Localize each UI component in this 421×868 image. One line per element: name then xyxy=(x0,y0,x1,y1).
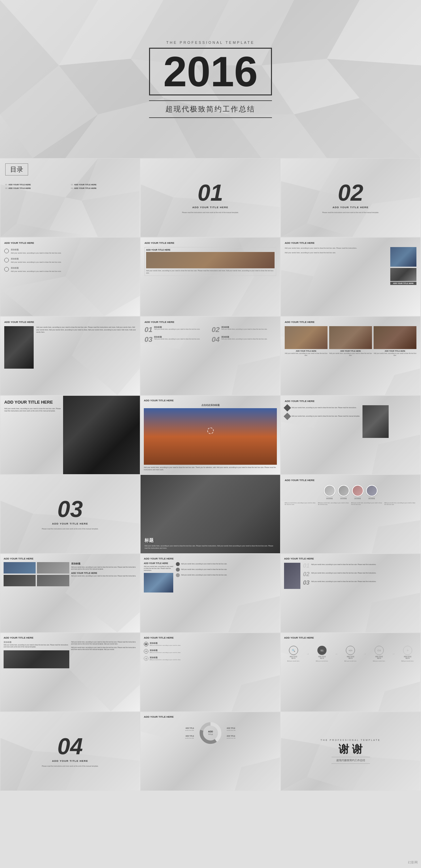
num02-desc: Please read the instructions and more wo… xyxy=(322,212,379,214)
kb-text3: Add your words here, according to your n… xyxy=(71,647,137,651)
person-text-4: Add your words here, according to your n… xyxy=(384,502,416,505)
4nums-title: ADD YOUR TITLE HERE xyxy=(145,320,276,323)
cover-slide: THE PROFESSIONAL TEMPLATE 2016 超现代极致简约工作… xyxy=(0,0,421,158)
item-01: 01 添加标题 Add your words here, according t… xyxy=(145,326,209,333)
slide-numlist: ADD YOUR TITLE HERE 01 Add your words he… xyxy=(280,554,421,633)
row-4: ADD YOUR TITLE HERE Add your words here,… xyxy=(0,396,421,474)
svg-text:ADD: ADD xyxy=(208,731,213,733)
img-placeholder-2 xyxy=(329,326,372,349)
svg-marker-53 xyxy=(372,520,420,553)
numlist-item-01: 01 Add your words here, according to you… xyxy=(303,563,417,569)
slide-3images: ADD YOUR TITLE HERE ADD YOUR TITLE HERE … xyxy=(280,316,421,396)
slide-bullets: ADD YOUR TITLE HERE 添加标题 Add your words … xyxy=(0,237,140,316)
img-col-1: ADD YOUR TITLE HERE Add your words here,… xyxy=(285,326,328,356)
svg-marker-70 xyxy=(235,757,280,790)
slide-keyboard: ADD YOUR TITLE HERE 添加标题 Add your words … xyxy=(0,633,140,712)
imgtext-body: Add your words here, according to your n… xyxy=(146,270,275,274)
slide-image-3 xyxy=(390,268,416,281)
person-text-1: Add your words here, according to your n… xyxy=(285,502,317,505)
person-1: 添加标签 xyxy=(324,485,335,499)
diamond-item-1: Add your words here, according to your n… xyxy=(285,405,360,410)
num02-label: ADD YOUR TITLE HERE xyxy=(332,206,368,209)
svg-marker-61 xyxy=(232,675,280,711)
icon-img-1 xyxy=(4,562,36,574)
meeting-label: 标题 xyxy=(145,537,276,544)
slide-diamonds: ADD YOUR TITLE HERE Add your words here,… xyxy=(280,396,421,474)
flow-item-2: S1 ADD TITLEKEYS Add your words here. xyxy=(316,646,328,662)
img3items-image xyxy=(144,573,173,592)
iconsimg-subtitle2: ADD YOUR TITLE HERE xyxy=(71,572,137,574)
numlist-item-02: 02 Add your words here, according to you… xyxy=(303,571,417,577)
phone-title: ADD YOUR TITLE HERE xyxy=(144,636,277,639)
img-col-2: ADD YOUR TITLE HERE Add your words here,… xyxy=(329,326,372,356)
toc-item-4: 04 ADD YOUR TITLE HERE xyxy=(71,187,135,189)
slide-people: ADD YOUR TITLE HERE 添加标签 添加标签 添加标签 xyxy=(280,474,421,554)
kb-image xyxy=(4,650,69,668)
kb-label: 添加标题 xyxy=(4,641,69,644)
slide-04: 04 ADD YOUR TITLE HERE Please read the i… xyxy=(0,712,140,791)
slide-03: 03 ADD YOUR TITLE HERE Please read the i… xyxy=(0,474,140,554)
slide-thanks: THE PROFESSIONAL TEMPLATE 谢 谢 超现代极致简约工作总… xyxy=(280,712,421,791)
kb-title: ADD YOUR TITLE HERE xyxy=(4,636,137,639)
diamonds-image xyxy=(362,405,389,438)
flow-item-1: 🔍 ADD TITLEKEYS Add your words here. xyxy=(287,646,300,662)
item-03: 03 添加标题 Add your words here, according t… xyxy=(145,336,209,343)
row-7: ADD YOUR TITLE HERE 添加标题 Add your words … xyxy=(0,633,421,712)
flow-item-4: O3 ADD TITLEKEYS Add your words here. xyxy=(373,646,385,662)
thanks-subtitle: THE PROFESSIONAL TEMPLATE xyxy=(321,739,381,741)
bullet-item-1: 添加标题 Add your words here, according to y… xyxy=(4,248,136,254)
toc-title: 目录 xyxy=(10,166,23,173)
iconsimg-subtitle: 添加标题 xyxy=(71,562,137,565)
row-2: ADD YOUR TITLE HERE 添加标题 Add your words … xyxy=(0,237,421,316)
img3items-text: Add your words here, according to your n… xyxy=(144,566,173,571)
slide-sunset: ADD YOUR TITLE HERE 点击此处添加标题 Add your wo… xyxy=(140,396,280,474)
num03-desc: Please read the instructions and more wo… xyxy=(42,528,98,530)
slide-image-right: ADD YOUR TITLE HERE Add your words here,… xyxy=(280,237,421,316)
img-placeholder-1 xyxy=(285,326,328,349)
item3-3: Add your words here, according to your n… xyxy=(176,573,277,577)
num03-big: 03 xyxy=(58,498,83,521)
sunset-title: ADD YOUR TITLE HERE xyxy=(144,399,277,402)
num04-big: 04 xyxy=(58,735,83,758)
row-8: 04 ADD YOUR TITLE HERE Please read the i… xyxy=(0,712,421,791)
img3items-subtitle: ADD YOUR TITLE HERE xyxy=(144,562,173,564)
avatar-3 xyxy=(352,485,363,496)
flow-item-5: ✈ ADD TITLEKEYS Add your words here. xyxy=(401,646,414,662)
item3-2: Add your words here, according to your n… xyxy=(176,568,277,571)
circle-label-2: ADD TITLEwords here title xyxy=(185,735,194,739)
3images-title: ADD YOUR TITLE HERE xyxy=(285,320,416,323)
svg-marker-63 xyxy=(378,682,420,711)
circle-label-3: ADD TITLEwords here title xyxy=(227,727,236,731)
avatar-4 xyxy=(366,485,378,496)
circlediag-title: ADD YOUR TITLE HERE xyxy=(144,715,277,718)
slide-02: 02 ADD YOUR TITLE HERE Please read the i… xyxy=(280,158,421,237)
flow-title: ADD YOUR TITLE HERE xyxy=(284,636,417,639)
phone-item-2: ✉ 添加标题 Add your words here, according to… xyxy=(144,649,181,654)
bigcity-text: Add your words here, according to your n… xyxy=(4,407,63,412)
diamonds-title: ADD YOUR TITLE HERE xyxy=(285,400,416,403)
chess-title: ADD YOUR TITLE HERE xyxy=(4,320,136,323)
thanks-title: 谢 谢 xyxy=(339,744,362,754)
imgtext-title: ADD YOUR TITLE HERE xyxy=(145,242,276,244)
num04-desc: Please read the instructions and more wo… xyxy=(42,765,98,768)
chess-text: Add your words here, according to your n… xyxy=(36,326,136,334)
people-title: ADD YOUR TITLE HERE xyxy=(285,479,416,482)
toc-item-1: 01 ADD YOUR TITLE HERE xyxy=(5,184,69,186)
slide-img-3items: ADD YOUR TITLE HERE ADD YOUR TITLE HERE … xyxy=(140,554,280,633)
num01-big: 01 xyxy=(198,181,223,204)
slide-phone: ADD YOUR TITLE HERE ☎ 添加标题 Add your word… xyxy=(140,633,280,712)
thanks-cn: 超现代极致简约工作总结 xyxy=(331,757,370,764)
num02-big: 02 xyxy=(338,181,363,204)
svg-text:TITLE: TITLE xyxy=(208,733,213,735)
slide-01: 01 ADD YOUR TITLE HERE Please read the i… xyxy=(140,158,280,237)
toc-item-2: 02 ADD YOUR TITLE HERE xyxy=(71,184,135,186)
imgtext-subtitle: ADD YOUR TITLE HERE xyxy=(146,249,275,251)
row-1: 目录 01 ADD YOUR TITLE HERE 02 ADD YOUR TI… xyxy=(0,158,421,237)
diamond-item-2: Add your words here, according to your n… xyxy=(285,414,360,419)
person-4: 添加标签 xyxy=(366,485,378,499)
iconsimg-title: ADD YOUR TITLE HERE xyxy=(4,557,137,560)
slide-meeting: 标题 Add your words here, according to you… xyxy=(140,474,280,554)
svg-marker-58 xyxy=(365,593,420,632)
bigcity-title: ADD YOUR TITLE HERE xyxy=(4,400,63,405)
sunset-subtitle: 点击此处添加标题 xyxy=(144,404,277,407)
